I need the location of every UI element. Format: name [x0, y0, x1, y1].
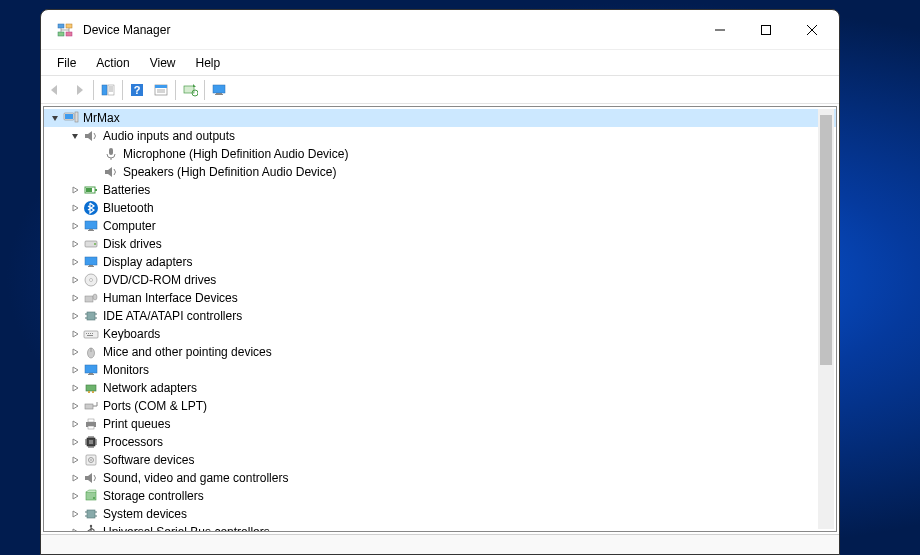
battery-icon: [83, 182, 99, 198]
toolbar-properties-button[interactable]: [149, 78, 173, 102]
tree-item-keyboards[interactable]: Keyboards: [44, 325, 836, 343]
svg-point-89: [93, 497, 95, 499]
tree-item-label: Processors: [103, 433, 163, 451]
chevron-right-icon[interactable]: [68, 363, 82, 377]
tree-item-sound[interactable]: Sound, video and game controllers: [44, 469, 836, 487]
toolbar-monitor-button[interactable]: [207, 78, 231, 102]
tree-item-computer[interactable]: Computer: [44, 217, 836, 235]
toolbar-help-button[interactable]: ?: [125, 78, 149, 102]
svg-rect-28: [65, 114, 73, 119]
tree-item-print[interactable]: Print queues: [44, 415, 836, 433]
computer-icon: [63, 110, 79, 126]
tree-item-label: Computer: [103, 217, 156, 235]
tree-item-ports[interactable]: Ports (COM & LPT): [44, 397, 836, 415]
tree-item-audio[interactable]: Audio inputs and outputs: [44, 127, 836, 145]
minimize-button[interactable]: [697, 10, 743, 49]
tree-item-label: Bluetooth: [103, 199, 154, 217]
svg-rect-64: [86, 385, 96, 391]
svg-rect-67: [85, 404, 93, 409]
chevron-right-icon[interactable]: [68, 399, 82, 413]
svg-rect-1: [66, 24, 72, 28]
chevron-right-icon[interactable]: [68, 183, 82, 197]
mouse-icon: [83, 344, 99, 360]
tree-item-network[interactable]: Network adapters: [44, 379, 836, 397]
chevron-right-icon[interactable]: [68, 417, 82, 431]
tree-item-batteries[interactable]: Batteries: [44, 181, 836, 199]
svg-rect-61: [85, 365, 97, 373]
scrollbar-thumb[interactable]: [820, 115, 832, 365]
tree-item-dvd[interactable]: DVD/CD-ROM drives: [44, 271, 836, 289]
chevron-right-icon[interactable]: [68, 255, 82, 269]
scrollbar[interactable]: [818, 109, 834, 529]
tree-item-bluetooth[interactable]: Bluetooth: [44, 199, 836, 217]
toolbar-back-button[interactable]: [43, 78, 67, 102]
chevron-right-icon[interactable]: [68, 435, 82, 449]
tree-item-software[interactable]: Software devices: [44, 451, 836, 469]
tree-item-root[interactable]: MrMax: [44, 109, 836, 127]
tree-item-mice[interactable]: Mice and other pointing devices: [44, 343, 836, 361]
chevron-right-icon[interactable]: [68, 489, 82, 503]
tree-item-display[interactable]: Display adapters: [44, 253, 836, 271]
chevron-right-icon[interactable]: [68, 219, 82, 233]
svg-rect-0: [58, 24, 64, 28]
tree-item-label: Network adapters: [103, 379, 197, 397]
chevron-right-icon[interactable]: [68, 471, 82, 485]
printer-icon: [83, 416, 99, 432]
svg-rect-90: [87, 510, 95, 518]
svg-text:?: ?: [134, 84, 141, 96]
menu-action[interactable]: Action: [88, 53, 137, 73]
chevron-right-icon[interactable]: [68, 507, 82, 521]
chevron-right-icon[interactable]: [68, 237, 82, 251]
microphone-icon: [103, 146, 119, 162]
chevron-right-icon[interactable]: [68, 273, 82, 287]
svg-rect-57: [92, 333, 93, 334]
chevron-right-icon[interactable]: [68, 291, 82, 305]
chevron-right-icon[interactable]: [68, 345, 82, 359]
svg-rect-42: [89, 265, 93, 266]
svg-rect-56: [90, 333, 91, 334]
toolbar-show-hide-button[interactable]: [96, 78, 120, 102]
svg-rect-12: [108, 85, 114, 95]
tree-item-system[interactable]: System devices: [44, 505, 836, 523]
tree-item-usb[interactable]: Universal Serial Bus controllers: [44, 523, 836, 531]
close-button[interactable]: [789, 10, 835, 49]
app-icon: [57, 22, 73, 38]
chevron-right-icon[interactable]: [68, 453, 82, 467]
tree-item-hid[interactable]: Human Interface Devices: [44, 289, 836, 307]
tree-item-label: DVD/CD-ROM drives: [103, 271, 216, 289]
network-icon: [83, 380, 99, 396]
device-tree[interactable]: MrMaxAudio inputs and outputsMicrophone …: [44, 107, 836, 531]
toolbar-scan-button[interactable]: [178, 78, 202, 102]
toolbar-forward-button[interactable]: [67, 78, 91, 102]
chevron-right-icon[interactable]: [68, 327, 82, 341]
chevron-right-icon[interactable]: [68, 201, 82, 215]
chevron-right-icon[interactable]: [68, 525, 82, 531]
tree-item-label: Ports (COM & LPT): [103, 397, 207, 415]
svg-rect-2: [58, 32, 64, 36]
svg-rect-70: [88, 426, 94, 429]
tree-item-disk[interactable]: Disk drives: [44, 235, 836, 253]
tree-item-mic[interactable]: Microphone (High Definition Audio Device…: [44, 145, 836, 163]
svg-point-45: [90, 279, 93, 282]
tree-item-monitors[interactable]: Monitors: [44, 361, 836, 379]
monitor-icon: [83, 254, 99, 270]
tree-item-storage[interactable]: Storage controllers: [44, 487, 836, 505]
chevron-right-icon[interactable]: [68, 309, 82, 323]
tree-item-label: MrMax: [83, 109, 120, 127]
tree-item-processors[interactable]: Processors: [44, 433, 836, 451]
keyboard-icon: [83, 326, 99, 342]
tree-item-label: Display adapters: [103, 253, 192, 271]
chevron-right-icon[interactable]: [68, 381, 82, 395]
tree-item-ide[interactable]: IDE ATA/ATAPI controllers: [44, 307, 836, 325]
svg-rect-58: [87, 335, 93, 336]
menu-view[interactable]: View: [142, 53, 184, 73]
chevron-down-icon[interactable]: [48, 111, 62, 125]
svg-point-87: [90, 459, 92, 461]
tree-item-spk[interactable]: Speakers (High Definition Audio Device): [44, 163, 836, 181]
menu-file[interactable]: File: [49, 53, 84, 73]
chevron-down-icon[interactable]: [68, 129, 82, 143]
window-title: Device Manager: [83, 23, 170, 37]
svg-rect-48: [87, 312, 95, 320]
maximize-button[interactable]: [743, 10, 789, 49]
menu-help[interactable]: Help: [188, 53, 229, 73]
